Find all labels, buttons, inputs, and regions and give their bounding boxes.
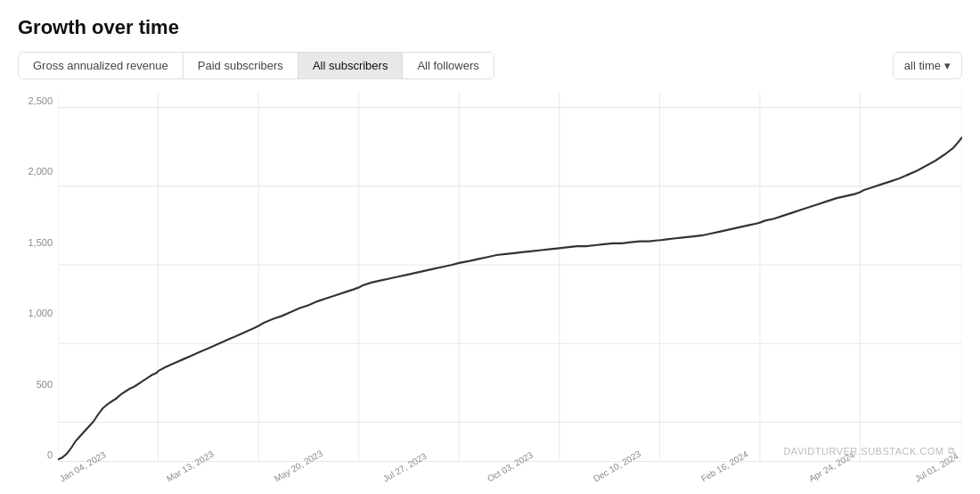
chart-area: 2,500 2,000 1,500 1,000 500 0	[18, 92, 962, 485]
time-dropdown-label: all time	[904, 59, 941, 72]
tabs-group: Gross annualized revenue Paid subscriber…	[18, 52, 494, 79]
watermark-text: DAVIDTURVER.SUBSTACK.COM	[783, 446, 943, 457]
tab-paid[interactable]: Paid subscribers	[184, 53, 298, 78]
y-label-500: 500	[37, 379, 58, 390]
main-container: Growth over time Gross annualized revenu…	[0, 0, 980, 494]
page-title: Growth over time	[18, 16, 962, 39]
tabs-row: Gross annualized revenue Paid subscriber…	[18, 52, 962, 79]
watermark: DAVIDTURVER.SUBSTACK.COM ⧉	[783, 445, 955, 457]
y-label-0: 0	[47, 449, 58, 460]
chart-svg	[58, 92, 962, 485]
tab-all-subscribers[interactable]: All subscribers	[298, 53, 404, 78]
chevron-down-icon: ▾	[944, 59, 951, 72]
y-axis: 2,500 2,000 1,500 1,000 500 0	[18, 92, 58, 485]
chart-body: Jan 04, 2023 Mar 13, 2023 May 20, 2023 J…	[58, 92, 962, 485]
tab-gross[interactable]: Gross annualized revenue	[19, 53, 184, 78]
chart-inner: 2,500 2,000 1,500 1,000 500 0	[18, 92, 962, 485]
external-link-icon: ⧉	[948, 445, 956, 457]
y-label-2000: 2,000	[28, 166, 58, 177]
time-dropdown[interactable]: all time ▾	[893, 52, 962, 79]
chart-line	[58, 137, 962, 460]
tab-all-followers[interactable]: All followers	[403, 53, 493, 78]
y-label-1500: 1,500	[28, 237, 58, 248]
y-label-2500: 2,500	[28, 95, 58, 106]
y-label-1000: 1,000	[28, 308, 58, 318]
